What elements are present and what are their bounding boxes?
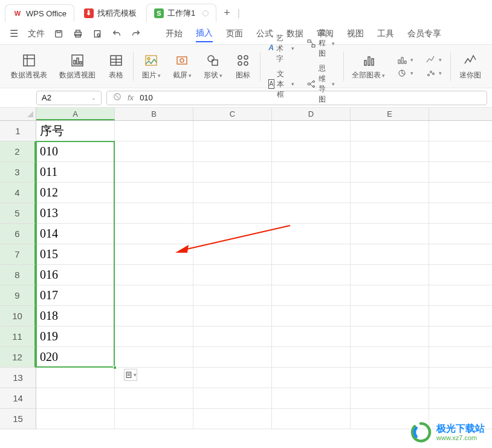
tab-tools[interactable]: 工具 [377, 26, 394, 42]
cell[interactable] [429, 306, 492, 326]
cell[interactable] [36, 409, 115, 429]
row-header[interactable]: 9 [0, 285, 36, 306]
cell[interactable] [351, 285, 429, 306]
cell[interactable] [272, 388, 351, 409]
ribbon-chart-3[interactable]: ▾ [422, 54, 445, 66]
cell[interactable] [193, 141, 272, 162]
row-header[interactable]: 10 [0, 306, 36, 326]
row-header[interactable]: 12 [0, 347, 36, 368]
ribbon-sparkline[interactable]: 迷你图 [453, 45, 487, 88]
cell[interactable] [351, 326, 429, 347]
cell[interactable] [115, 306, 193, 326]
col-header-D[interactable]: D [272, 108, 351, 120]
cell[interactable] [272, 409, 351, 429]
ribbon-chart-1[interactable]: ▾ [393, 54, 417, 66]
cell[interactable] [351, 162, 429, 183]
select-all-corner[interactable] [0, 108, 36, 121]
cell[interactable] [193, 162, 272, 183]
cell[interactable] [429, 326, 492, 347]
cell[interactable] [272, 141, 351, 162]
tab-view[interactable]: 视图 [347, 26, 364, 42]
cell[interactable] [429, 265, 492, 285]
cell[interactable] [351, 347, 429, 368]
cell[interactable]: 020 [36, 347, 115, 368]
tab-member[interactable]: 会员专享 [407, 26, 441, 42]
cell[interactable] [193, 285, 272, 306]
close-icon[interactable] [202, 10, 209, 16]
col-header-B[interactable]: B [115, 108, 193, 120]
cell[interactable] [115, 285, 193, 306]
row-header[interactable]: 5 [0, 203, 36, 224]
cells-area[interactable]: 序号010011012013014015016017018019020 [36, 121, 492, 429]
cell[interactable]: 016 [36, 265, 115, 285]
cell[interactable] [36, 388, 115, 409]
tab-page[interactable]: 页面 [226, 26, 243, 42]
cell[interactable]: 017 [36, 285, 115, 306]
cell[interactable] [115, 162, 193, 183]
cell[interactable] [115, 388, 193, 409]
cell[interactable] [351, 388, 429, 409]
cell[interactable] [193, 306, 272, 326]
ribbon-icon-gallery[interactable]: 图标 [228, 45, 257, 88]
row-header[interactable]: 14 [0, 388, 36, 409]
cell[interactable] [272, 183, 351, 203]
cell[interactable]: 013 [36, 203, 115, 224]
cell[interactable] [115, 141, 193, 162]
cell[interactable] [193, 409, 272, 429]
spreadsheet-grid[interactable]: A B C D E 123456789101112131415 序号010011… [0, 108, 492, 446]
cell[interactable] [351, 306, 429, 326]
cell[interactable] [272, 244, 351, 265]
cell[interactable] [193, 203, 272, 224]
cell[interactable]: 015 [36, 244, 115, 265]
cell[interactable] [193, 244, 272, 265]
cell[interactable] [429, 388, 492, 409]
name-box[interactable]: A2 ⌄ [36, 91, 102, 105]
undo-icon[interactable] [111, 28, 122, 39]
ribbon-wordart[interactable]: A艺术字▾ [265, 32, 298, 65]
cell[interactable] [351, 368, 429, 388]
row-header[interactable]: 2 [0, 141, 36, 162]
ribbon-all-charts[interactable]: 全部图表▾ [346, 45, 391, 88]
cell[interactable] [115, 244, 193, 265]
cell[interactable] [272, 347, 351, 368]
cell[interactable] [193, 368, 272, 388]
cancel-icon[interactable] [113, 93, 121, 103]
cell[interactable] [115, 409, 193, 429]
tab-start[interactable]: 开始 [166, 26, 183, 42]
cell[interactable] [272, 265, 351, 285]
ribbon-screenshot[interactable]: 截屏▾ [167, 45, 198, 88]
cell[interactable] [272, 285, 351, 306]
cell[interactable] [193, 388, 272, 409]
cell[interactable] [115, 326, 193, 347]
ribbon-flowchart[interactable]: 流程图▾ [303, 27, 338, 60]
fill-handle[interactable] [113, 366, 117, 369]
col-header-C[interactable]: C [193, 108, 272, 120]
cell[interactable] [351, 203, 429, 224]
cell[interactable] [429, 203, 492, 224]
cell[interactable] [193, 326, 272, 347]
cell[interactable] [193, 224, 272, 244]
cell[interactable]: 010 [36, 141, 115, 162]
cell[interactable] [272, 368, 351, 388]
cell[interactable]: 018 [36, 306, 115, 326]
ribbon-picture[interactable]: 图片▾ [136, 45, 167, 88]
row-header[interactable]: 6 [0, 224, 36, 244]
cell[interactable] [351, 224, 429, 244]
cell[interactable] [36, 368, 115, 388]
row-header[interactable]: 13 [0, 368, 36, 388]
cell[interactable] [272, 224, 351, 244]
print-preview-icon[interactable] [92, 28, 103, 39]
tab-workbook[interactable]: S 工作簿1 [146, 4, 216, 22]
cell[interactable] [193, 265, 272, 285]
formula-bar[interactable]: fx 010 [106, 91, 487, 105]
row-header[interactable]: 3 [0, 162, 36, 183]
cell[interactable] [193, 121, 272, 141]
cell[interactable] [351, 244, 429, 265]
new-tab-button[interactable]: + [219, 4, 235, 22]
cell[interactable] [115, 203, 193, 224]
ribbon-pivot-table[interactable]: 数据透视表 [5, 45, 53, 88]
tab-wps-office[interactable]: W WPS Office [5, 4, 74, 22]
print-icon[interactable] [73, 28, 83, 39]
cell[interactable] [351, 121, 429, 141]
cell[interactable] [272, 162, 351, 183]
